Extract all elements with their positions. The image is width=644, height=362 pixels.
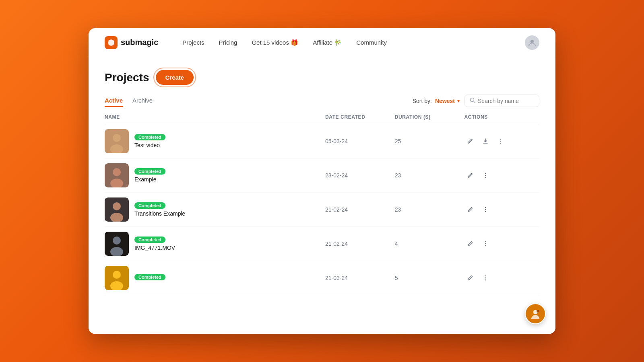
status-badge: Completed (134, 237, 165, 243)
actions-cell (461, 158, 539, 193)
project-thumb (105, 129, 129, 153)
sort-label: Sort by: (413, 98, 432, 104)
project-info: Completed Transitions Example (134, 202, 185, 217)
chevron-down-icon: ▾ (457, 98, 460, 104)
logo-text: submagic (121, 38, 158, 47)
svg-point-9 (113, 168, 121, 176)
svg-point-23 (485, 241, 485, 242)
date-created-cell: 23-02-24 (322, 158, 392, 193)
controls-right: Sort by: Newest ▾ (413, 95, 539, 107)
duration-cell: 23 (392, 193, 461, 227)
svg-point-25 (485, 245, 485, 246)
project-cell: Completed Example (105, 163, 319, 187)
svg-point-24 (485, 243, 485, 244)
projects-table: NAME DATE CREATED DURATION (S) ACTIONS C… (105, 110, 539, 295)
project-thumb (105, 232, 129, 256)
svg-point-7 (500, 143, 501, 144)
svg-point-3 (113, 134, 121, 142)
project-name: Test video (134, 142, 165, 148)
nav-item-affiliate[interactable]: Affiliate 🎋 (313, 39, 342, 46)
page-title: Projects (105, 71, 149, 84)
more-options-icon[interactable] (480, 170, 491, 181)
edit-icon[interactable] (464, 238, 476, 249)
actions-cell-inner (464, 238, 536, 249)
user-avatar-header[interactable] (525, 35, 539, 50)
project-name-cell: Completed Test video (105, 124, 322, 158)
actions-cell (461, 261, 539, 295)
project-cell: Completed Transitions Example (105, 197, 319, 222)
edit-icon[interactable] (464, 170, 476, 181)
more-options-icon[interactable] (480, 272, 491, 284)
project-name-cell: Completed (105, 261, 322, 295)
project-cell: Completed (105, 266, 319, 290)
svg-point-30 (485, 278, 485, 278)
duration-cell: 4 (392, 227, 461, 261)
date-created-cell: 05-03-24 (322, 124, 392, 158)
svg-point-5 (500, 139, 501, 140)
date-created-cell: 21-02-24 (322, 261, 392, 295)
svg-point-6 (500, 141, 501, 142)
project-info: Completed Example (134, 168, 165, 183)
create-button[interactable]: Create (156, 70, 194, 85)
svg-point-12 (485, 175, 485, 176)
duration-cell: 23 (392, 158, 461, 193)
project-name: IMG_4771.MOV (134, 245, 175, 251)
svg-point-17 (485, 207, 485, 208)
project-cell: Completed IMG_4771.MOV (105, 232, 319, 256)
svg-point-27 (113, 271, 121, 279)
table-row: Completed Example 23-02-2423 (105, 158, 539, 193)
svg-point-15 (113, 202, 121, 210)
col-date: DATE CREATED (322, 110, 392, 124)
app-window: submagic Projects Pricing Get 15 videos … (89, 28, 555, 334)
more-options-icon[interactable] (480, 238, 491, 249)
page-header: Projects Create (105, 70, 539, 85)
actions-cell-inner (464, 170, 536, 181)
svg-point-13 (485, 177, 485, 178)
actions-cell (461, 124, 539, 158)
svg-point-11 (485, 173, 485, 174)
tab-archive[interactable]: Archive (132, 95, 153, 107)
more-options-icon[interactable] (495, 136, 506, 147)
svg-point-19 (485, 211, 485, 212)
table-row: Completed IMG_4771.MOV 21-02-244 (105, 227, 539, 261)
table-row: Completed 21-02-245 (105, 261, 539, 295)
actions-cell-inner (464, 272, 536, 284)
floating-avatar-inner (526, 304, 545, 323)
project-name: Transitions Example (134, 210, 185, 217)
search-input[interactable] (478, 98, 534, 104)
project-cell: Completed Test video (105, 129, 319, 153)
status-badge: Completed (134, 202, 165, 209)
svg-point-0 (530, 40, 534, 43)
edit-icon[interactable] (464, 204, 476, 215)
edit-icon[interactable] (464, 136, 476, 147)
project-info: Completed IMG_4771.MOV (134, 237, 175, 251)
duration-cell: 25 (392, 124, 461, 158)
project-thumb (105, 197, 129, 222)
nav-item-get15videos[interactable]: Get 15 videos 🎁 (252, 39, 298, 46)
header-right (525, 35, 539, 50)
actions-cell-inner (464, 204, 536, 215)
svg-point-18 (485, 209, 485, 210)
svg-point-29 (485, 276, 485, 276)
logo[interactable]: submagic (105, 36, 158, 49)
sort-button[interactable]: Sort by: Newest ▾ (413, 98, 460, 104)
edit-icon[interactable] (464, 272, 476, 284)
nav-item-community[interactable]: Community (356, 39, 387, 46)
svg-point-31 (485, 280, 485, 280)
project-info: Completed (134, 274, 165, 282)
project-thumb (105, 266, 129, 290)
project-info: Completed Test video (134, 134, 165, 148)
search-icon (470, 97, 475, 104)
more-options-icon[interactable] (480, 204, 491, 215)
tabs: Active Archive (105, 95, 162, 107)
floating-user-avatar[interactable] (525, 303, 546, 324)
nav-item-pricing[interactable]: Pricing (219, 39, 237, 46)
download-icon[interactable] (480, 136, 491, 147)
table-row: Completed Test video 05-03-2425 (105, 124, 539, 158)
project-name: Example (134, 176, 165, 183)
tab-active[interactable]: Active (105, 95, 123, 107)
date-created-cell: 21-02-24 (322, 193, 392, 227)
actions-cell-inner (464, 136, 536, 147)
nav-item-projects[interactable]: Projects (182, 39, 204, 46)
status-badge: Completed (134, 134, 165, 140)
